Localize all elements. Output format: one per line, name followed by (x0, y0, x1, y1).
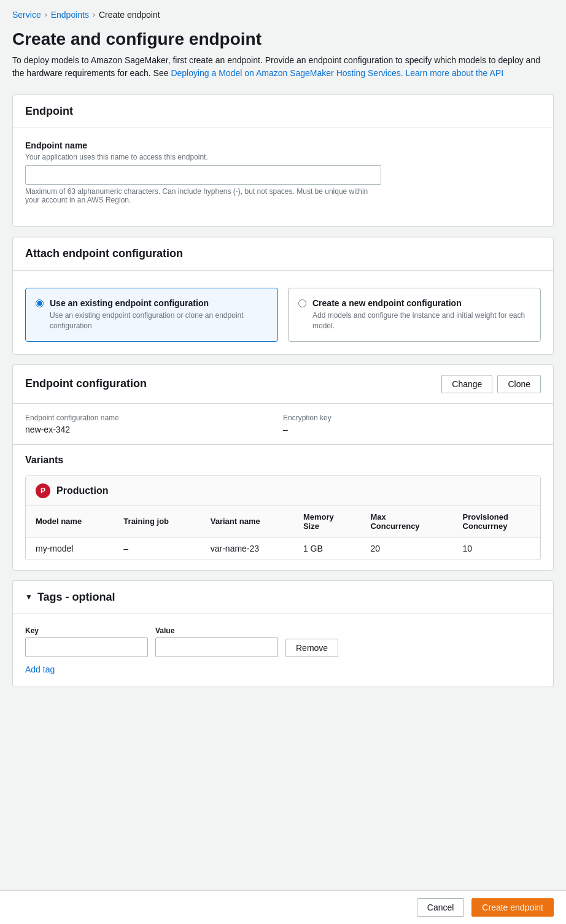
variants-table: Model name Training job Variant name Mem… (26, 506, 540, 560)
tags-key-input[interactable] (25, 637, 148, 657)
table-row: my-model – var-name-23 1 GB 20 10 (26, 537, 540, 560)
link-learn-api[interactable]: Learn more about the API (405, 68, 503, 78)
tags-title: Tags - optional (37, 591, 115, 604)
production-variant-card: P Production Model name Training job Var… (25, 475, 541, 560)
config-name-label: Endpoint configuration name (25, 414, 283, 422)
config-name-value: new-ex-342 (25, 425, 283, 434)
endpoint-section: Endpoint Endpoint name Your application … (12, 94, 554, 227)
variant-name: Production (56, 485, 108, 496)
cell-max-concurrency: 20 (360, 537, 452, 560)
cell-training-job: – (114, 537, 200, 560)
variants-title: Variants (25, 455, 541, 466)
cell-memory-size: 1 GB (293, 537, 361, 560)
page-description: To deploy models to Amazon SageMaker, fi… (12, 54, 540, 80)
config-name-col: Endpoint configuration name new-ex-342 (25, 414, 283, 434)
tags-value-input[interactable] (155, 637, 278, 657)
endpoint-config-title: Endpoint configuration (25, 377, 147, 390)
tags-section-header[interactable]: ▼ Tags - optional (13, 581, 553, 614)
cancel-button[interactable]: Cancel (417, 898, 465, 917)
option-new-config[interactable]: Create a new endpoint configuration Add … (288, 288, 541, 342)
breadcrumb-service[interactable]: Service (12, 10, 41, 20)
radio-existing[interactable] (36, 299, 44, 307)
config-encryption-col: Encryption key – (283, 414, 541, 434)
tags-section: ▼ Tags - optional Key Value Remove Add t… (12, 580, 554, 687)
col-training-job: Training job (114, 506, 200, 537)
attach-config-options: Use an existing endpoint configuration U… (25, 288, 541, 342)
col-model-name: Model name (26, 506, 114, 537)
col-max-concurrency: MaxConcurrency (360, 506, 452, 537)
breadcrumb-chevron-1: › (45, 10, 47, 19)
endpoint-config-buttons: Change Clone (441, 375, 541, 393)
option-new-title: Create a new endpoint configuration (312, 298, 530, 308)
attach-config-section: Attach endpoint configuration Use an exi… (12, 237, 554, 355)
change-button[interactable]: Change (441, 375, 492, 393)
breadcrumb: Service › Endpoints › Create endpoint (12, 10, 554, 20)
breadcrumb-endpoints[interactable]: Endpoints (51, 10, 89, 20)
endpoint-section-header: Endpoint (13, 95, 553, 128)
tags-body: Key Value Remove Add tag (13, 614, 553, 687)
option-existing-desc: Use an existing endpoint configuration o… (50, 310, 268, 331)
tags-row: Key Value Remove (25, 626, 541, 657)
clone-button[interactable]: Clone (497, 375, 541, 393)
cell-provisioned-concurrency: 10 (453, 537, 540, 560)
config-info-row: Endpoint configuration name new-ex-342 E… (13, 404, 553, 445)
config-encryption-label: Encryption key (283, 414, 541, 422)
tags-key-label: Key (25, 626, 148, 635)
endpoint-config-header: Endpoint configuration Change Clone (13, 365, 553, 404)
breadcrumb-chevron-2: › (93, 10, 95, 19)
endpoint-name-input[interactable] (25, 165, 381, 185)
option-existing-content: Use an existing endpoint configuration U… (50, 298, 268, 331)
col-variant-name: Variant name (201, 506, 293, 537)
tags-value-col: Value (155, 626, 278, 657)
cell-variant-name: var-name-23 (201, 537, 293, 560)
variants-table-header-row: Model name Training job Variant name Mem… (26, 506, 540, 537)
endpoint-name-label: Endpoint name (25, 141, 541, 150)
tags-chevron-icon: ▼ (25, 593, 33, 601)
page-title: Create and configure endpoint (12, 29, 554, 49)
option-new-content: Create a new endpoint configuration Add … (312, 298, 530, 331)
cell-model-name: my-model (26, 537, 114, 560)
remove-tag-button[interactable]: Remove (285, 639, 338, 657)
page-footer: Cancel Create endpoint (0, 890, 566, 924)
col-provisioned-concurrency: ProvisionedConcurrney (453, 506, 540, 537)
tags-key-col: Key (25, 626, 148, 657)
attach-config-header: Attach endpoint configuration (13, 237, 553, 271)
endpoint-config-section: Endpoint configuration Change Clone Endp… (12, 364, 554, 571)
config-encryption-value: – (283, 425, 541, 434)
tags-value-label: Value (155, 626, 278, 635)
create-endpoint-button[interactable]: Create endpoint (471, 898, 554, 917)
option-new-desc: Add models and configure the instance an… (312, 310, 530, 331)
col-memory-size: MemorySize (293, 506, 361, 537)
option-existing-config[interactable]: Use an existing endpoint configuration U… (25, 288, 278, 342)
add-tag-link[interactable]: Add tag (25, 664, 55, 674)
radio-new[interactable] (298, 299, 306, 307)
endpoint-name-constraint: Maximum of 63 alphanumeric characters. C… (25, 187, 381, 204)
variants-section: Variants P Production Model name Trainin… (13, 445, 553, 570)
endpoint-name-group: Endpoint name Your application uses this… (25, 141, 541, 204)
variant-badge: P (36, 483, 50, 498)
variant-header: P Production (26, 476, 540, 506)
link-deploying-model[interactable]: Deploying a Model on Amazon SageMaker Ho… (171, 68, 403, 78)
option-existing-title: Use an existing endpoint configuration (50, 298, 268, 308)
endpoint-name-hint: Your application uses this name to acces… (25, 153, 541, 161)
breadcrumb-current: Create endpoint (99, 10, 160, 20)
